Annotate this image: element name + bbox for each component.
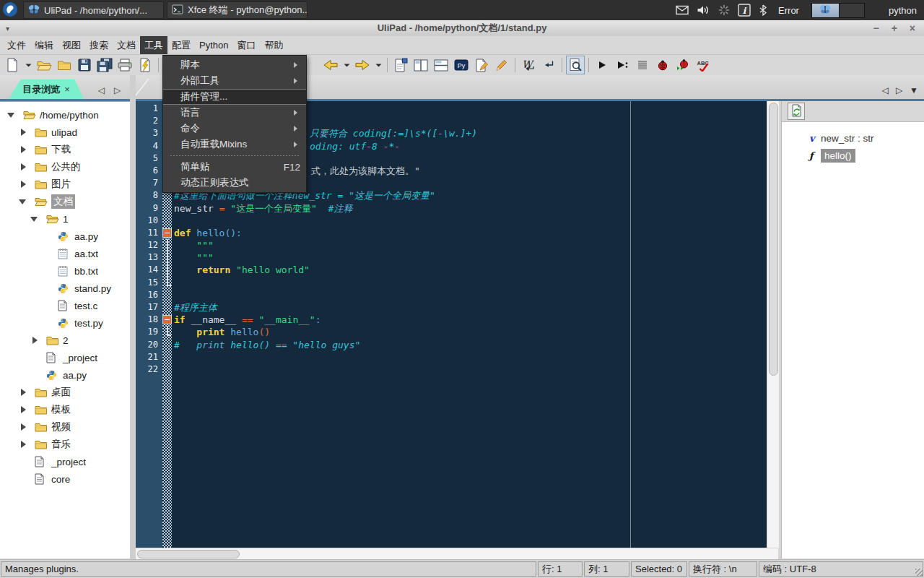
tools-menu-item-5[interactable]: 自动重载Mixins (163, 137, 306, 152)
tree-item[interactable]: 模板 (0, 401, 130, 418)
tools-menu-item-1[interactable]: 外部工具 (163, 73, 306, 89)
edit-script-button[interactable] (472, 56, 491, 74)
tree-item[interactable]: _project (0, 453, 130, 470)
tools-menu-item-3[interactable]: 语言 (163, 105, 306, 121)
code-line[interactable]: 20# print hello() == "hello guys" (136, 339, 767, 351)
debug-button[interactable] (653, 56, 672, 74)
collapsed-arrow-icon[interactable] (19, 163, 35, 171)
expanded-arrow-icon[interactable] (7, 108, 23, 121)
code-line[interactable]: 11def hello(): (136, 227, 767, 239)
code-line[interactable]: 21 (136, 351, 767, 363)
menubar-item-8[interactable]: 窗口 (232, 36, 260, 54)
workspace-switcher[interactable] (811, 3, 865, 18)
tree-item[interactable]: bb.txt (0, 262, 130, 280)
tree-item[interactable]: 下载 (0, 141, 130, 158)
volume-icon[interactable] (697, 4, 710, 16)
editor-tabs-scroll-left-icon[interactable]: ◁ (882, 85, 889, 95)
bluetooth-icon[interactable] (759, 4, 767, 16)
code-line[interactable]: 9new_str = "这是一个全局变量" #注释 (136, 202, 767, 215)
applications-menu-button[interactable] (0, 0, 20, 20)
tree-item[interactable]: aa.py (0, 366, 130, 384)
tree-item[interactable]: 1 (0, 210, 130, 228)
maximize-button[interactable]: + (892, 23, 897, 33)
tabs-scroll-right-icon[interactable]: ▷ (114, 85, 121, 95)
forward-button[interactable] (353, 56, 372, 74)
back-button[interactable] (321, 56, 340, 74)
tree-item[interactable]: ulipad (0, 124, 130, 141)
panel-splitter[interactable] (130, 75, 136, 560)
window-titlebar[interactable]: ▾ UliPad - /home/python/文档/1/stand.py − … (0, 20, 924, 36)
outline-item[interactable]: vnew_str : str (782, 129, 924, 147)
collapsed-arrow-icon[interactable] (19, 129, 35, 136)
taskbar-window-ulipad[interactable]: UliPad - /home/python/... (23, 1, 164, 19)
back-dropdown[interactable] (341, 56, 352, 74)
word-wrap-button[interactable]: W (519, 56, 538, 74)
spell-check-button[interactable]: ABC (694, 56, 712, 74)
collapsed-arrow-icon[interactable] (19, 181, 35, 188)
editor-horizontal-scrollbar[interactable] (136, 548, 778, 559)
new-file-dropdown[interactable] (23, 56, 33, 74)
tree-item[interactable]: test.c (0, 297, 130, 314)
expanded-arrow-icon[interactable] (19, 195, 35, 208)
code-line[interactable]: 17#程序主体 (136, 301, 767, 314)
reload-document-button[interactable] (136, 56, 154, 74)
workspace-1[interactable] (812, 4, 839, 17)
tree-item[interactable]: aa.py (0, 228, 130, 245)
tree-item[interactable]: test.py (0, 314, 130, 332)
tree-item[interactable]: core (0, 470, 130, 488)
mail-icon[interactable] (676, 5, 689, 15)
fold-collapse-icon[interactable] (163, 316, 171, 324)
collapsed-arrow-icon[interactable] (19, 441, 35, 448)
collapsed-arrow-icon[interactable] (19, 423, 35, 431)
menubar-item-9[interactable]: 帮助 (260, 36, 287, 54)
collapsed-arrow-icon[interactable] (30, 337, 46, 344)
print-button[interactable] (116, 56, 134, 74)
close-tab-icon[interactable]: × (64, 84, 70, 95)
open-file-button[interactable] (35, 56, 53, 74)
collapsed-arrow-icon[interactable] (19, 389, 35, 396)
tree-item[interactable]: 音乐 (0, 436, 130, 453)
collapsed-arrow-icon[interactable] (19, 406, 35, 413)
auto-indent-button[interactable] (539, 56, 558, 74)
edit-button[interactable] (492, 56, 511, 74)
save-button[interactable] (75, 56, 94, 74)
tools-menu-item-2[interactable]: 插件管理... (163, 89, 306, 105)
run-with-args-button[interactable] (613, 56, 632, 74)
refresh-outline-button[interactable] (788, 103, 805, 120)
save-all-button[interactable] (95, 56, 114, 74)
error-indicator[interactable]: Error (778, 5, 799, 16)
scrollbar-thumb[interactable] (137, 550, 240, 558)
tab-directory-browser[interactable]: 目录浏览× (9, 79, 84, 99)
document-properties-button[interactable] (391, 56, 410, 74)
tree-item[interactable]: 文档 (0, 193, 130, 210)
tree-item[interactable]: 桌面 (0, 384, 130, 401)
tools-menu-item-4[interactable]: 命令 (163, 121, 306, 137)
menubar-item-3[interactable]: 搜索 (85, 36, 113, 54)
menubar-item-2[interactable]: 视图 (58, 36, 85, 54)
minimize-button[interactable]: − (873, 23, 879, 33)
workspace-2[interactable] (839, 4, 864, 17)
menubar-item-7[interactable]: Python (195, 36, 232, 54)
tree-item[interactable]: 2 (0, 332, 130, 349)
tools-menu-item-7[interactable]: 简单贴F12 (163, 159, 306, 175)
code-line[interactable]: 16 (136, 289, 767, 301)
tree-item[interactable]: 公共的 (0, 158, 130, 176)
run-button[interactable] (593, 56, 611, 74)
debug-continue-button[interactable] (674, 56, 692, 74)
outline-item[interactable]: ƒhello() (782, 147, 924, 164)
menubar-item-6[interactable]: 配置 (167, 36, 195, 54)
info-icon[interactable]: i (738, 4, 751, 17)
close-button[interactable]: × (910, 23, 915, 33)
new-file-button[interactable] (3, 56, 22, 74)
menubar-item-4[interactable]: 文档 (113, 36, 140, 54)
tabs-scroll-left-icon[interactable]: ◁ (98, 85, 105, 95)
tree-item[interactable]: 视频 (0, 418, 130, 436)
editor-tabs-list-icon[interactable]: ▼ (910, 85, 918, 95)
code-line[interactable]: 18if __name__ == "__main__": (136, 314, 767, 326)
stop-button[interactable] (633, 56, 652, 74)
network-icon[interactable] (718, 4, 730, 16)
editor-vertical-scrollbar[interactable] (767, 101, 779, 548)
code-line[interactable]: 19 print hello() (136, 326, 767, 338)
tree-item[interactable]: 图片 (0, 176, 130, 193)
tree-item[interactable]: stand.py (0, 280, 130, 297)
